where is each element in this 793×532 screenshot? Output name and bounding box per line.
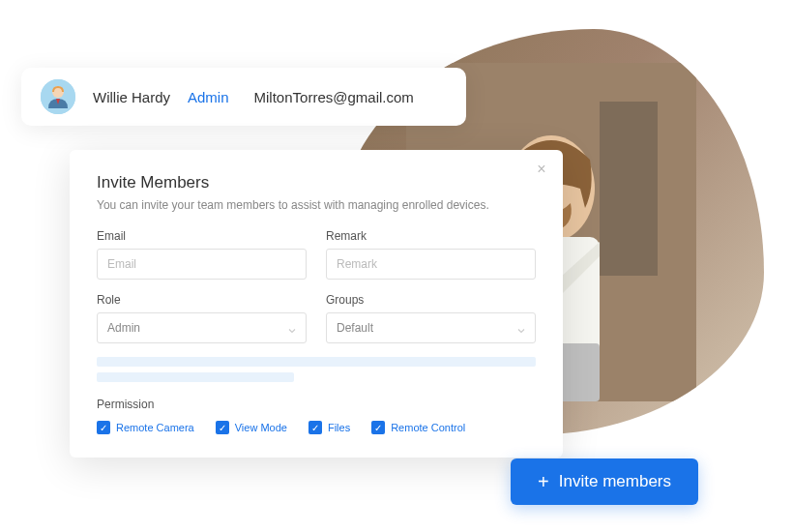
user-info-card: Willie Hardy Admin MiltonTorres@gmail.co… [21, 68, 466, 126]
permission-view-mode[interactable]: ✓ View Mode [216, 421, 287, 434]
permission-text: Remote Control [391, 422, 465, 433]
email-label: Email [97, 229, 307, 243]
avatar [41, 79, 75, 114]
chevron-down-icon [517, 324, 525, 332]
close-icon[interactable]: × [534, 162, 549, 177]
permission-list: ✓ Remote Camera ✓ View Mode ✓ Files ✓ Re… [97, 421, 536, 434]
user-name: Willie Hardy [93, 89, 170, 105]
role-label: Role [97, 293, 307, 307]
permission-text: View Mode [235, 422, 287, 433]
modal-title: Invite Members [97, 173, 536, 192]
invite-members-button[interactable]: + Invite members [511, 458, 698, 505]
checkbox-checked-icon: ✓ [371, 421, 385, 434]
role-select[interactable]: Admin [97, 312, 307, 343]
permission-files[interactable]: ✓ Files [308, 421, 350, 434]
user-email: MiltonTorres@gmail.com [254, 89, 414, 105]
permission-text: Files [328, 422, 350, 433]
permission-text: Remote Camera [116, 422, 194, 433]
placeholder-bars [97, 357, 536, 382]
permission-remote-camera[interactable]: ✓ Remote Camera [97, 421, 194, 434]
groups-label: Groups [326, 293, 536, 307]
groups-select[interactable]: Default [326, 312, 536, 343]
permission-remote-control[interactable]: ✓ Remote Control [371, 421, 465, 434]
checkbox-checked-icon: ✓ [308, 421, 322, 434]
chevron-down-icon [288, 324, 296, 332]
plus-icon: + [538, 472, 549, 491]
groups-select-value: Default [337, 321, 373, 335]
invite-button-label: Invite members [559, 472, 671, 491]
remark-label: Remark [326, 229, 536, 243]
user-role-badge: Admin [188, 89, 229, 105]
invite-members-modal: × Invite Members You can invite your tea… [70, 150, 563, 458]
role-select-value: Admin [107, 321, 140, 335]
remark-field[interactable] [326, 249, 536, 280]
checkbox-checked-icon: ✓ [216, 421, 229, 434]
permission-label: Permission [97, 398, 536, 411]
checkbox-checked-icon: ✓ [97, 421, 110, 434]
svg-rect-1 [600, 102, 658, 276]
modal-subtitle: You can invite your team members to assi… [97, 198, 536, 212]
email-field[interactable] [97, 249, 307, 280]
